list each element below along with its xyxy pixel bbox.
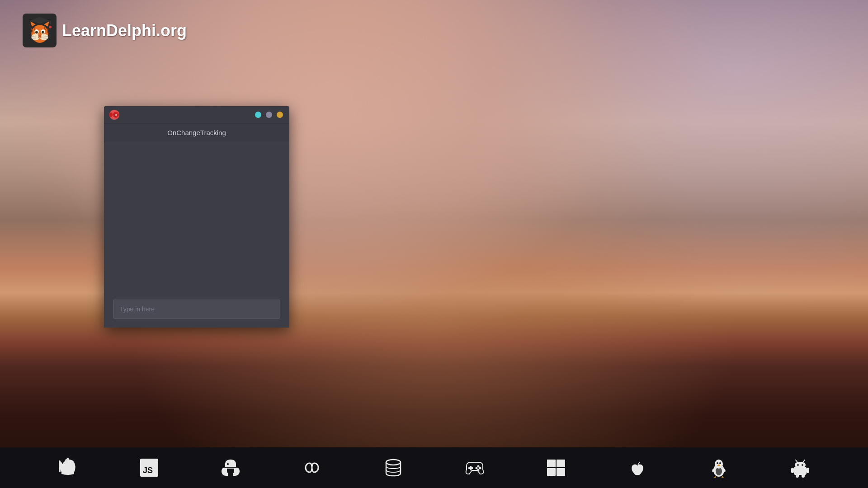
taskbar-item-delphi[interactable] bbox=[54, 454, 81, 481]
gamepad-icon bbox=[465, 458, 485, 478]
python-icon bbox=[221, 458, 241, 478]
taskbar: JS bbox=[0, 447, 868, 488]
svg-point-4 bbox=[31, 25, 48, 43]
svg-point-10 bbox=[42, 31, 44, 33]
type-here-input[interactable] bbox=[113, 300, 280, 319]
svg-rect-29 bbox=[468, 467, 473, 469]
window-titlebar: D bbox=[104, 106, 289, 123]
svg-rect-54 bbox=[796, 474, 799, 478]
svg-rect-36 bbox=[547, 468, 556, 476]
window-title: OnChangeTracking bbox=[167, 129, 226, 136]
svg-rect-47 bbox=[795, 462, 806, 468]
taskbar-item-database[interactable] bbox=[380, 454, 407, 481]
svg-text:JS: JS bbox=[143, 466, 153, 475]
svg-point-3 bbox=[49, 25, 52, 28]
window-close-button[interactable]: D bbox=[109, 110, 119, 120]
svg-line-50 bbox=[796, 460, 797, 462]
js-icon: JS bbox=[139, 458, 159, 478]
svg-point-48 bbox=[797, 464, 799, 466]
svg-rect-53 bbox=[807, 468, 809, 473]
svg-point-42 bbox=[719, 462, 721, 464]
database-icon bbox=[383, 458, 403, 478]
svg-point-11 bbox=[37, 31, 38, 32]
svg-point-9 bbox=[35, 31, 38, 33]
window-dot-gray[interactable] bbox=[266, 112, 272, 118]
taskbar-item-apple[interactable] bbox=[624, 454, 651, 481]
taskbar-item-javascript[interactable]: JS bbox=[136, 454, 163, 481]
apple-icon bbox=[627, 458, 647, 478]
window-dot-orange[interactable] bbox=[277, 112, 283, 118]
svg-point-45 bbox=[717, 465, 720, 466]
svg-point-43 bbox=[717, 463, 718, 463]
logo-area: LearnDelphi.org bbox=[23, 14, 187, 47]
svg-rect-22 bbox=[59, 460, 61, 472]
logo-icon bbox=[23, 14, 57, 47]
svg-point-44 bbox=[720, 463, 721, 463]
svg-point-31 bbox=[479, 467, 481, 469]
logo-text: LearnDelphi.org bbox=[62, 21, 187, 40]
svg-point-49 bbox=[802, 464, 803, 466]
taskbar-item-gaming[interactable] bbox=[461, 454, 488, 481]
svg-rect-55 bbox=[802, 474, 805, 478]
svg-point-40 bbox=[715, 460, 723, 469]
android-icon bbox=[790, 458, 810, 478]
windows-icon bbox=[546, 458, 566, 478]
taskbar-item-python[interactable] bbox=[217, 454, 244, 481]
helmet-icon bbox=[58, 458, 78, 478]
tiger-icon bbox=[24, 15, 56, 47]
svg-point-30 bbox=[477, 465, 480, 468]
svg-point-33 bbox=[477, 469, 480, 471]
window-title-bar: OnChangeTracking bbox=[104, 123, 289, 142]
window-body bbox=[104, 142, 289, 328]
linux-icon bbox=[709, 458, 729, 478]
svg-rect-35 bbox=[557, 460, 565, 467]
taskbar-item-windows[interactable] bbox=[542, 454, 570, 481]
svg-rect-52 bbox=[791, 468, 794, 473]
svg-point-41 bbox=[717, 462, 718, 464]
app-window: D OnChangeTracking bbox=[104, 106, 289, 328]
svg-point-32 bbox=[476, 467, 478, 469]
svg-rect-34 bbox=[547, 460, 556, 467]
svg-rect-46 bbox=[794, 467, 807, 475]
svg-marker-1 bbox=[29, 17, 50, 23]
taskbar-item-arduino[interactable] bbox=[298, 454, 326, 481]
delphi-logo-icon: D bbox=[113, 110, 119, 119]
taskbar-item-android[interactable] bbox=[787, 454, 814, 481]
svg-point-12 bbox=[43, 31, 44, 32]
svg-point-25 bbox=[227, 463, 229, 465]
window-control-dots bbox=[255, 112, 283, 118]
arduino-icon bbox=[302, 458, 322, 478]
svg-rect-37 bbox=[557, 468, 565, 476]
window-dot-cyan[interactable] bbox=[255, 112, 261, 118]
svg-text:D: D bbox=[115, 113, 117, 117]
svg-point-26 bbox=[232, 470, 234, 472]
svg-line-51 bbox=[803, 460, 805, 462]
svg-point-13 bbox=[38, 35, 41, 37]
svg-point-27 bbox=[386, 460, 401, 465]
taskbar-item-linux[interactable] bbox=[705, 454, 732, 481]
